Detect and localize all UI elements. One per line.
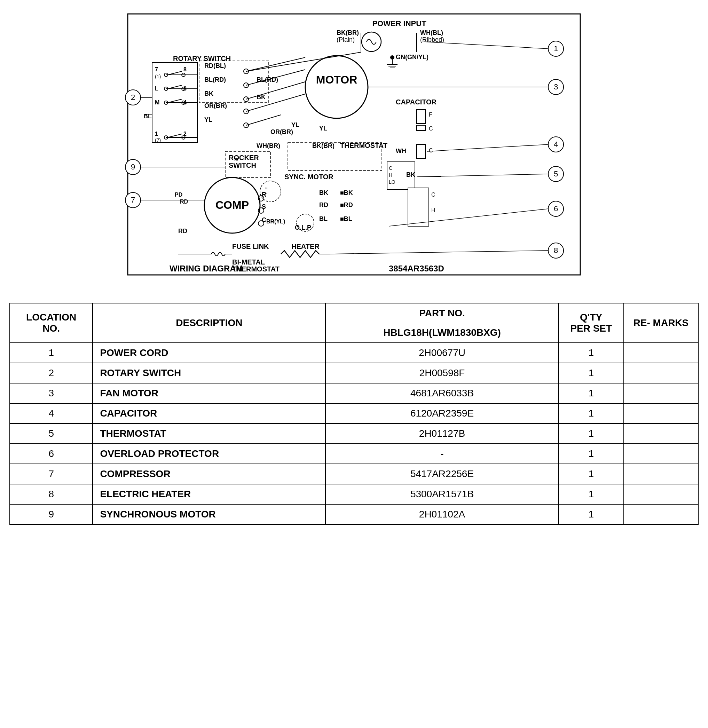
table-row: 6 OVERLOAD PROTECTOR - 1 — [10, 444, 698, 464]
cell-qty-5: 1 — [559, 444, 624, 464]
svg-text:YL: YL — [204, 116, 212, 123]
cell-partno-5: - — [325, 444, 558, 464]
page-container: POWER INPUT WH(BL) (Ribbed) BK(BR) (Plai… — [9, 7, 699, 525]
cell-location-5: 6 — [10, 444, 93, 464]
svg-text:C: C — [431, 192, 435, 198]
cell-description-3: CAPACITOR — [93, 403, 325, 423]
table-row: 2 ROTARY SWITCH 2H00598F 1 — [10, 363, 698, 383]
cell-remarks-3 — [624, 403, 698, 423]
cell-remarks-7 — [624, 484, 698, 504]
cell-partno-0: 2H00677U — [325, 343, 558, 363]
svg-text:WH: WH — [396, 148, 406, 155]
svg-text:O.L.P: O.L.P — [295, 224, 311, 231]
cell-qty-7: 1 — [559, 484, 624, 504]
table-row: 5 THERMOSTAT 2H01127B 1 — [10, 423, 698, 444]
svg-text:POWER INPUT: POWER INPUT — [372, 19, 427, 28]
svg-text:9: 9 — [131, 162, 135, 171]
svg-text:RD: RD — [180, 199, 188, 204]
svg-text:■RD: ■RD — [340, 202, 353, 209]
svg-text:H: H — [389, 172, 392, 178]
table-row: 7 COMPRESSOR 5417AR2256E 1 — [10, 464, 698, 484]
cell-qty-1: 1 — [559, 363, 624, 383]
svg-text:RD: RD — [319, 202, 328, 209]
cell-partno-8: 2H01102A — [325, 504, 558, 524]
cell-remarks-8 — [624, 504, 698, 524]
svg-text:C: C — [429, 148, 433, 154]
svg-text:YL: YL — [319, 125, 327, 132]
svg-text:BK: BK — [319, 189, 328, 196]
header-model: HBLG18H(LWM1830BXG) — [325, 323, 558, 343]
header-location: LOCATION NO. — [10, 303, 93, 343]
svg-text:OR(BR): OR(BR) — [204, 102, 227, 109]
cell-description-5: OVERLOAD PROTECTOR — [93, 444, 325, 464]
cell-remarks-1 — [624, 363, 698, 383]
cell-partno-2: 4681AR6033B — [325, 383, 558, 403]
cell-location-6: 7 — [10, 464, 93, 484]
cell-description-6: COMPRESSOR — [93, 464, 325, 484]
svg-text:BK(BR): BK(BR) — [337, 29, 359, 36]
cell-qty-4: 1 — [559, 423, 624, 444]
cell-remarks-0 — [624, 343, 698, 363]
diagram-wrapper: POWER INPUT WH(BL) (Ribbed) BK(BR) (Plai… — [75, 7, 633, 292]
svg-text:2: 2 — [131, 93, 135, 102]
cell-remarks-2 — [624, 383, 698, 403]
cell-partno-7: 5300AR1571B — [325, 484, 558, 504]
cell-location-7: 8 — [10, 484, 93, 504]
svg-text:8: 8 — [554, 246, 558, 255]
svg-text:SWITCH: SWITCH — [229, 161, 256, 169]
table-row: 9 SYNCHRONOUS MOTOR 2H01102A 1 — [10, 504, 698, 524]
cell-location-2: 3 — [10, 383, 93, 403]
cell-location-0: 1 — [10, 343, 93, 363]
svg-text:BK: BK — [204, 90, 213, 97]
svg-text:OR(BR): OR(BR) — [270, 128, 293, 135]
cell-location-3: 4 — [10, 403, 93, 423]
svg-text:≈: ≈ — [234, 155, 238, 164]
svg-text:F: F — [429, 112, 432, 117]
table-row: 4 CAPACITOR 6120AR2359E 1 — [10, 403, 698, 423]
svg-text:LO: LO — [389, 179, 395, 185]
svg-text:(7): (7) — [155, 138, 161, 143]
svg-text:YL: YL — [292, 122, 299, 128]
svg-text:4: 4 — [554, 140, 558, 149]
svg-text:SYNC. MOTOR: SYNC. MOTOR — [284, 173, 334, 181]
svg-text:ROCKER: ROCKER — [229, 154, 259, 161]
svg-text:BL(RD): BL(RD) — [204, 76, 226, 83]
svg-rect-59 — [416, 125, 425, 131]
header-remarks: RE- MARKS — [624, 303, 698, 343]
svg-text:C: C — [429, 126, 433, 132]
svg-text:M: M — [155, 100, 160, 106]
svg-text:COMP: COMP — [215, 199, 249, 211]
cell-partno-4: 2H01127B — [325, 423, 558, 444]
table-header-row: LOCATION NO. DESCRIPTION PART NO. Q'TY P… — [10, 303, 698, 323]
svg-rect-102 — [408, 188, 429, 226]
svg-text:PD: PD — [175, 192, 183, 198]
svg-rect-58 — [416, 110, 425, 123]
svg-text:FUSE LINK: FUSE LINK — [232, 242, 269, 250]
cell-description-4: THERMOSTAT — [93, 423, 325, 444]
cell-location-1: 2 — [10, 363, 93, 383]
svg-text:3854AR3563D: 3854AR3563D — [389, 264, 444, 273]
cell-description-2: FAN MOTOR — [93, 383, 325, 403]
svg-text:BK: BK — [406, 171, 415, 178]
header-description: DESCRIPTION — [93, 303, 325, 343]
cell-partno-6: 5417AR2256E — [325, 464, 558, 484]
cell-remarks-5 — [624, 444, 698, 464]
cell-qty-6: 1 — [559, 464, 624, 484]
svg-text:GN(GN/YL): GN(GN/YL) — [396, 54, 428, 61]
table-row: 8 ELECTRIC HEATER 5300AR1571B 1 — [10, 484, 698, 504]
cell-qty-0: 1 — [559, 343, 624, 363]
svg-text:WH(BL): WH(BL) — [420, 29, 443, 36]
svg-text:MOTOR: MOTOR — [316, 73, 357, 86]
svg-text:CAPACITOR: CAPACITOR — [396, 98, 437, 106]
cell-description-7: ELECTRIC HEATER — [93, 484, 325, 504]
svg-text:(Plain): (Plain) — [337, 36, 355, 43]
svg-text:H: H — [431, 207, 435, 213]
parts-table-section: LOCATION NO. DESCRIPTION PART NO. Q'TY P… — [9, 303, 699, 525]
svg-text:BL: BL — [319, 215, 328, 222]
svg-text:■BK: ■BK — [340, 189, 353, 196]
svg-text:3: 3 — [554, 83, 558, 91]
svg-text:BK(BR): BK(BR) — [312, 142, 335, 149]
cell-partno-1: 2H00598F — [325, 363, 558, 383]
cell-qty-8: 1 — [559, 504, 624, 524]
svg-text:HEATER: HEATER — [292, 242, 319, 250]
